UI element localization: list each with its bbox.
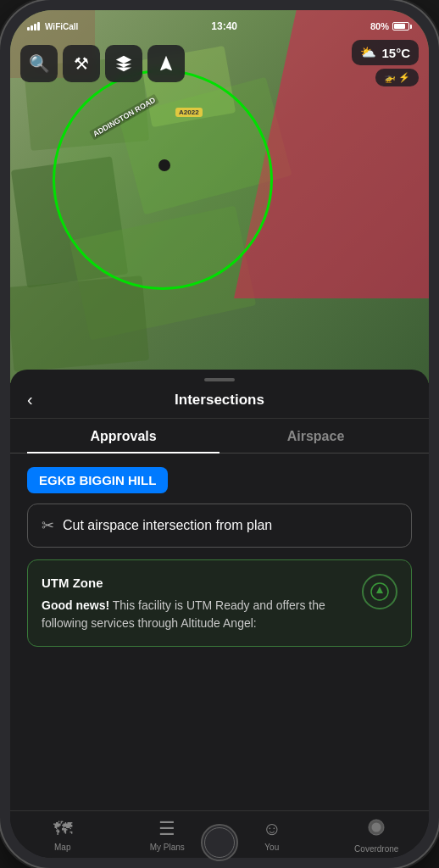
toolbar-right: ⛅ 15°C 🚁 ⚡ [352,40,419,86]
drone-widget: 🚁 ⚡ [375,69,419,86]
toolbar-left: 🔍 ⚒ [20,45,185,82]
location-dot [158,159,170,171]
filter-button[interactable]: ⚒ [63,45,100,82]
tab-bar-map[interactable]: 🗺 Map [10,818,115,852]
cut-button[interactable]: ✂ Cut airspace intersection from plan [27,504,412,548]
home-button[interactable] [201,824,238,861]
tab-row: Approvals Airspace [10,429,429,453]
coverdrone-tab-label: Coverdrone [354,844,398,854]
flight-zone-circle [53,70,273,290]
time-display: 13:40 [211,20,237,32]
search-button[interactable]: 🔍 [20,45,58,82]
utm-logo [362,574,397,609]
signal-bars [27,22,40,31]
phone-frame: WiFiCall 13:40 80% [0,0,439,868]
coverdrone-tab-icon [367,818,386,842]
road-badge: A2022 [175,108,203,117]
status-bar: WiFiCall 13:40 80% [10,10,429,37]
phone-screen: WiFiCall 13:40 80% [10,10,429,858]
layers-button[interactable] [105,45,142,82]
airspace-badge[interactable]: EGKB BIGGIN HILL [27,467,168,493]
status-left: WiFiCall [27,22,78,31]
nav-header: ‹ Intersections [10,381,429,419]
utm-card: UTM Zone Good news! This facility is UTM… [27,559,412,647]
map-tab-icon: 🗺 [53,818,72,840]
plans-tab-icon: ☰ [158,818,175,840]
tab-bar-coverdrone[interactable]: Coverdrone [325,818,430,854]
utm-title: UTM Zone [42,574,352,593]
cut-button-label: Cut airspace intersection from plan [63,518,272,533]
you-tab-icon: ☺ [263,818,281,840]
nav-title: Intersections [58,392,381,409]
drone-battery-icon: ⚡ [398,72,410,83]
tab-approvals[interactable]: Approvals [27,429,220,453]
temperature-label: 15°C [381,46,410,60]
utm-bold: Good news! [42,598,109,612]
weather-widget: ⛅ 15°C [352,40,419,65]
battery-percent: 80% [370,21,389,31]
bottom-sheet: ‹ Intersections Approvals Airspace EGKB … [10,370,429,858]
weather-icon: ⛅ [360,45,376,60]
home-button-ring [204,827,235,858]
tab-airspace[interactable]: Airspace [220,429,412,453]
navigate-button[interactable] [147,45,185,82]
map-tab-label: Map [54,843,70,852]
back-button[interactable]: ‹ [27,390,47,409]
carrier-label: WiFiCall [45,22,78,31]
utm-text: UTM Zone Good news! This facility is UTM… [42,574,352,632]
scissors-icon: ✂ [42,516,54,535]
status-right: 80% [370,21,412,31]
you-tab-label: You [264,843,279,852]
plans-tab-label: My Plans [150,843,185,852]
utm-body: Good news! This facility is UTM Ready an… [42,597,352,632]
svg-point-2 [372,823,381,832]
battery-icon [392,22,412,31]
drone-icon: 🚁 [384,72,396,83]
toolbar: 🔍 ⚒ ⛅ 15°C 🚁 [20,40,419,86]
